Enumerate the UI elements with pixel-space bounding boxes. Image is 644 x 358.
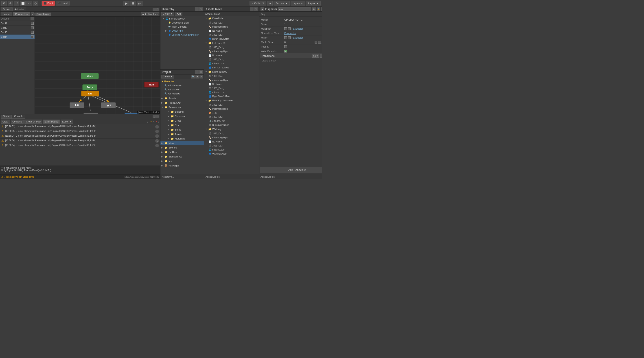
right-state-node[interactable]: right	[101, 102, 116, 108]
param-bool4[interactable]: Bool4	[0, 34, 34, 39]
foot-ik-checkbox[interactable]	[284, 45, 287, 48]
assets-move-minimize[interactable]: _	[250, 7, 254, 11]
param-bool4-checkbox[interactable]	[31, 35, 34, 38]
inspector-lock-btn[interactable]: 🔒	[316, 7, 320, 11]
console-row-4[interactable]: ⚠ [13:38:54] '.' is not allowed in State…	[0, 143, 160, 148]
left-turn-file-1[interactable]: 🦴 mixamorig:Hips	[204, 49, 259, 53]
inspector-back-btn[interactable]: ◀	[260, 7, 264, 11]
packages-folder[interactable]: ▶ 📦 Packages	[160, 163, 204, 168]
game-tab[interactable]: Game	[1, 115, 12, 119]
left-turn-file-3[interactable]: 🎬 1093_DaJi_	[204, 57, 259, 61]
scenes-folder[interactable]: ▶ 📁 Scenes	[160, 145, 204, 150]
project-minimize[interactable]: _	[195, 70, 198, 74]
move-state-node[interactable]: Move	[81, 73, 99, 79]
mirror-checkbox2[interactable]	[288, 36, 290, 39]
running-file-3[interactable]: 🎬 1093_DaJi_	[204, 115, 259, 119]
walking-section[interactable]: ▼ 📁 Walking	[204, 127, 259, 131]
local-btn[interactable]: ⬛ Local	[56, 1, 70, 6]
running-file-0[interactable]: 🎬 1093_DaJi_	[204, 103, 259, 107]
scene-tab[interactable]: Scene	[1, 7, 12, 11]
collapse-btn[interactable]: Collapse	[11, 120, 24, 124]
param-bool2-checkbox[interactable]	[31, 26, 34, 29]
hierarchy-maximize[interactable]: □	[199, 7, 202, 11]
console-minimize[interactable]: _	[152, 115, 156, 118]
editor-btn[interactable]: Editor ▼	[60, 120, 74, 124]
multiplier-checkbox2[interactable]	[288, 27, 290, 30]
dwarf-idle-file-1[interactable]: 🦴 mixamorig:Hips	[204, 25, 259, 29]
unity-logo-btn[interactable]: ⚙	[1, 1, 7, 6]
main-camera-item[interactable]: 📷 Main Camera	[161, 25, 204, 29]
scene-root-item[interactable]: ▼ 🌐 SampleScene*	[161, 16, 204, 21]
console-row-2[interactable]: ⚠ [13:38:24] '.' is not allowed in State…	[0, 134, 160, 139]
project-create-btn[interactable]: Create ▼	[161, 75, 174, 78]
fav-all-prefabs[interactable]: 🔍 All Prefabs	[161, 91, 204, 95]
layers-btn[interactable]: Layers ▼	[290, 1, 305, 6]
environment-folder[interactable]: ▼ 📁 Environmer	[160, 105, 204, 109]
hierarchy-minimize[interactable]: _	[195, 7, 198, 11]
pause-btn[interactable]: ⏸	[130, 1, 136, 6]
cloud-btn[interactable]: ☁	[267, 1, 273, 6]
looking-around-item[interactable]: 👤 Looking Aroundwithcolor	[161, 33, 204, 37]
right-turn-file-4[interactable]: 🌐 mixamo.com	[204, 90, 259, 94]
walking-file-2[interactable]: 📄 No Name	[204, 139, 259, 144]
stone-folder[interactable]: ▶ 📁 Stone	[160, 127, 204, 132]
graph-area[interactable]: Move Entry Idle left right Run w	[35, 16, 160, 114]
step-btn[interactable]: ⏭	[137, 1, 143, 6]
left-turn-file-0[interactable]: 🎬 1093_DaJi_	[204, 45, 259, 49]
console-tab-btn[interactable]: Console	[12, 115, 25, 119]
right-turn-file-2[interactable]: 📄 No Name	[204, 82, 259, 86]
console-row-0[interactable]: ⚠ [13:26:52] '.' is not allowed in State…	[0, 124, 160, 129]
multiplier-param-link[interactable]: Parameter	[292, 27, 303, 30]
tex-folder[interactable]: ▶ 📁 tex	[160, 159, 204, 163]
left-turn-section[interactable]: ▼ 📁 Left Turn 90	[204, 41, 259, 45]
entry-state-node[interactable]: Entry	[82, 84, 97, 90]
idle-state-node[interactable]: Idle	[81, 91, 99, 96]
params-add-btn[interactable]: +	[30, 17, 34, 20]
dwarf-idle-file-2[interactable]: 📄 No Name	[204, 29, 259, 33]
account-btn[interactable]: Account ▼	[274, 1, 290, 6]
auto-live-link-btn[interactable]: Auto Live Link	[141, 12, 159, 16]
dir-light-item[interactable]: 💡 Directional Light	[161, 21, 204, 25]
console-row-3[interactable]: ⚠ [13:38:36] '.' is not allowed in State…	[0, 139, 160, 143]
run-state-node[interactable]: Run	[144, 82, 159, 87]
fav-all-materials[interactable]: 🔍 All Materials	[161, 83, 204, 87]
running-section[interactable]: ▼ 📁 Running-2withcolor	[204, 98, 259, 103]
anim-refresh-btn[interactable]: ↺	[31, 12, 34, 16]
run2-state-node[interactable]: run	[124, 113, 139, 114]
walking-file-1[interactable]: 🦴 mixamorig:Hips	[204, 135, 259, 139]
terrain-folder[interactable]: ▶ 📁 Terrain	[160, 132, 204, 136]
grass-folder[interactable]: ▶ 📁 Grass	[160, 118, 204, 123]
cycle-offset-checkbox2[interactable]	[318, 41, 321, 43]
common-folder[interactable]: ▶ 📁 Common	[160, 114, 204, 118]
param-bool3-checkbox[interactable]	[31, 31, 34, 34]
mirror-param-link[interactable]: Parameter	[292, 36, 303, 39]
console-maximize[interactable]: □	[156, 115, 159, 118]
transform-tool-btn[interactable]: ⬡	[33, 1, 38, 6]
right-turn-file-5[interactable]: 👤 Right Turn 90Ava	[204, 94, 259, 98]
hierarchy-all-btn[interactable]: ✦All	[175, 12, 182, 16]
move-folder[interactable]: ▶ 📁 Move	[160, 141, 204, 145]
right-turn-file-1[interactable]: 🦴 mixamorig:Hips	[204, 78, 259, 82]
sky-folder[interactable]: ▶ 📁 Sky	[160, 123, 204, 127]
rect-tool-btn[interactable]: ▭	[26, 1, 32, 6]
dwarf-idle-item[interactable]: ▶ 👤 Dwarf Idle	[161, 29, 204, 33]
assets-move-maximize[interactable]: □	[254, 7, 258, 11]
solo-btn[interactable]: Solo	[312, 54, 319, 58]
params-tab[interactable]: Parameters	[13, 12, 30, 16]
walking-file-5[interactable]: 👤 WalkingAvatar	[204, 152, 259, 156]
minimize-btn[interactable]: _	[152, 8, 156, 11]
assets-root-folder[interactable]: ▶ 📁 Assets	[160, 96, 204, 100]
cycle-offset-link[interactable]: Parameter	[322, 41, 322, 43]
dwarf-idle-file-4[interactable]: 👤 Dwarf IdleAvatar	[204, 37, 259, 41]
project-sort-btn[interactable]: ⇅	[200, 75, 203, 78]
inspector-settings-btn[interactable]: ⚙	[312, 7, 316, 11]
hierarchy-create-btn[interactable]: Create ▼	[161, 12, 174, 16]
normalized-time-link[interactable]: Parameter	[284, 32, 296, 34]
terrain-aut-folder[interactable]: ▶ 📁 _TerrainAut	[160, 100, 204, 105]
mirror-checkbox[interactable]	[284, 36, 287, 39]
project-search-btn[interactable]: 🔍	[192, 75, 195, 78]
standard-as-folder[interactable]: ▶ 📁 Standard As	[160, 154, 204, 159]
mute-btn[interactable]: Mute	[320, 54, 322, 58]
inspector-close-btn[interactable]: ≡	[321, 7, 322, 11]
left-turn-file-2[interactable]: 📄 No Name	[204, 53, 259, 57]
